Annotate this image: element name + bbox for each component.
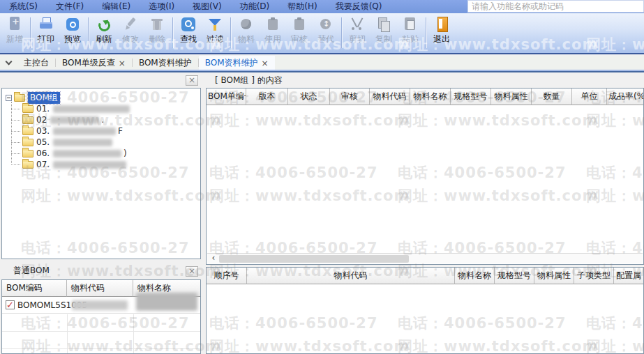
- close-icon[interactable]: [186, 75, 198, 86]
- material-icon: [238, 17, 255, 32]
- filter-icon: [207, 17, 223, 32]
- toolbar-print-button[interactable]: 打印: [33, 16, 59, 45]
- scroll-left-icon[interactable]: [209, 254, 218, 263]
- tree-item-06[interactable]: 06. ): [11, 148, 200, 159]
- col-material-code[interactable]: 物料代码: [370, 88, 410, 105]
- toolbar-find-button[interactable]: 查找: [175, 16, 202, 45]
- row-checkbox[interactable]: [6, 300, 15, 309]
- usage-icon: [264, 17, 281, 32]
- col-bom-no[interactable]: BOM单编号: [207, 88, 246, 105]
- folder-icon: [22, 116, 33, 124]
- tab-bom-maintain-2-label: BOM资料维护: [205, 56, 258, 70]
- toolbar-material-label: 物料: [233, 33, 260, 45]
- col-seq-no[interactable]: 顺序号: [207, 268, 247, 284]
- horizontal-scrollbar[interactable]: [207, 253, 643, 263]
- col-bom-code[interactable]: BOM编码: [2, 280, 67, 297]
- bom-detail-table: 顺序号 物料代码 物料名称 规格型号 物料属性 子项类型 配置属: [206, 267, 644, 354]
- folder-icon: [14, 94, 25, 102]
- tree-item-07[interactable]: 07.: [11, 159, 200, 170]
- col-material-attr[interactable]: 物料属性: [534, 268, 574, 284]
- menu-item-edit[interactable]: 编辑(E): [93, 0, 140, 13]
- content-title: [ BOM组 ] 的内容: [215, 75, 283, 86]
- tab-console[interactable]: 主控台: [17, 56, 55, 70]
- col-material-code[interactable]: 物料代码: [67, 280, 133, 297]
- tree-item-05[interactable]: 05.: [11, 137, 200, 148]
- folder-icon: [22, 128, 33, 135]
- tree-panel-header: [1, 72, 201, 88]
- col-yield-rate[interactable]: 成品率(%): [607, 88, 643, 105]
- refresh-icon: [96, 17, 112, 32]
- toolbar-copy-button: 复制: [370, 16, 397, 45]
- menu-item-file[interactable]: 文件(F): [47, 0, 93, 13]
- scrollbar-thumb[interactable]: [219, 255, 409, 263]
- col-unit[interactable]: 单位: [572, 88, 607, 105]
- toolbar-separator: [426, 17, 426, 48]
- col-audit[interactable]: 审核: [330, 88, 370, 105]
- toolbar-separator: [172, 17, 173, 48]
- toolbar-refresh-button[interactable]: 刷新: [91, 16, 117, 45]
- grid-line: [67, 314, 68, 354]
- function-search-input[interactable]: [467, 0, 644, 13]
- menu-item-feedback[interactable]: 我要反馈(Q): [327, 0, 391, 13]
- tree-item-01[interactable]: 01.: [11, 103, 200, 114]
- col-material-name[interactable]: 物料名称: [410, 88, 451, 105]
- normal-bom-title: 普通BOM: [13, 266, 50, 275]
- menu-item-view[interactable]: 视图(V): [184, 0, 231, 13]
- menu-item-system[interactable]: 系统(S): [0, 0, 47, 13]
- search-icon: [180, 17, 197, 32]
- tree-item-label: 03.: [36, 126, 50, 136]
- tab-bom-maintain-2[interactable]: BOM资料维护: [199, 56, 275, 70]
- menu-item-help[interactable]: 帮助(H): [278, 0, 326, 13]
- redacted-text: [53, 139, 112, 146]
- cut-scissors-icon: [349, 17, 366, 32]
- col-spec-model[interactable]: 规格型号: [451, 88, 491, 105]
- toolbar-refresh-label: 刷新: [91, 33, 117, 45]
- toolbar-filter-button[interactable]: 过滤: [202, 16, 228, 45]
- toolbar-delete-label: 删除: [144, 33, 170, 45]
- audit-icon: [291, 17, 308, 32]
- tab-bom-reverse-lookup[interactable]: BOM单级反查: [56, 56, 132, 70]
- redacted-text: [53, 150, 121, 157]
- col-config-attr[interactable]: 配置属: [614, 268, 643, 284]
- close-icon[interactable]: [186, 266, 198, 277]
- redacted-text: [53, 105, 130, 113]
- close-icon[interactable]: [119, 59, 126, 68]
- tab-bom-maintain-1[interactable]: BOM资料维护: [133, 56, 198, 70]
- close-icon[interactable]: [262, 59, 269, 68]
- chevron-down-icon[interactable]: [6, 59, 13, 66]
- col-status[interactable]: 状态: [288, 88, 330, 105]
- collapse-minus-icon[interactable]: [6, 95, 12, 101]
- menu-item-options[interactable]: 选项(I): [140, 0, 184, 13]
- printer-icon: [38, 17, 54, 32]
- col-material-attr[interactable]: 物料属性: [491, 88, 532, 105]
- col-material-name[interactable]: 物料名称: [455, 268, 495, 284]
- tree-item-03[interactable]: 03. F: [11, 125, 200, 137]
- table-row[interactable]: BOMOML5S1005: [2, 297, 200, 314]
- col-material-code[interactable]: 物料代码: [247, 268, 455, 284]
- substitute-icon: [317, 17, 334, 32]
- tree-item-label: 07.: [36, 160, 50, 169]
- folder-icon: [22, 161, 33, 169]
- toolbar-modify-label: 修改: [117, 33, 144, 45]
- toolbar-usage-button: 使用: [260, 16, 286, 45]
- menu-item-function[interactable]: 功能(D): [231, 0, 279, 13]
- toolbar-separator: [88, 17, 89, 48]
- tree-root-bom-group[interactable]: BOM组: [2, 92, 200, 103]
- col-spec-model[interactable]: 规格型号: [495, 268, 534, 284]
- toolbar-new-label: 新增: [1, 33, 28, 45]
- redacted-text: [136, 293, 197, 311]
- col-version[interactable]: 版本: [246, 88, 288, 105]
- toolbar-exit-button[interactable]: 退出: [428, 16, 455, 45]
- tree-item-02[interactable]: 02 .: [11, 114, 200, 125]
- tree-item-suffix: F: [118, 126, 123, 136]
- redacted-text: [50, 116, 99, 124]
- col-quantity[interactable]: 数量: [532, 88, 572, 105]
- toolbar-preview-button[interactable]: 预览: [59, 16, 86, 45]
- menu-bar: 系统(S) 文件(F) 编辑(E) 选项(I) 视图(V) 功能(D) 帮助(H…: [0, 0, 644, 13]
- col-subitem-type[interactable]: 子项类型: [574, 268, 614, 284]
- tab-console-label: 主控台: [24, 56, 49, 70]
- toolbar-find-label: 查找: [175, 33, 202, 45]
- redacted-text: [53, 128, 116, 135]
- redacted-text: [53, 161, 126, 169]
- tree-item-label: 06.: [36, 148, 50, 158]
